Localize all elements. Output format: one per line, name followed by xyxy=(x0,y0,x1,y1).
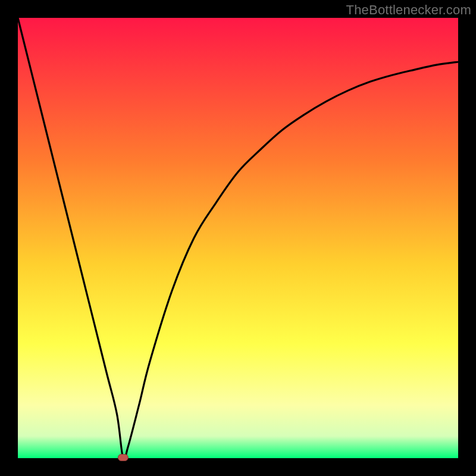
plot-area xyxy=(18,18,458,458)
chart-svg xyxy=(0,0,476,476)
chart-container: TheBottlenecker.com xyxy=(0,0,476,476)
minimum-marker xyxy=(118,455,128,461)
